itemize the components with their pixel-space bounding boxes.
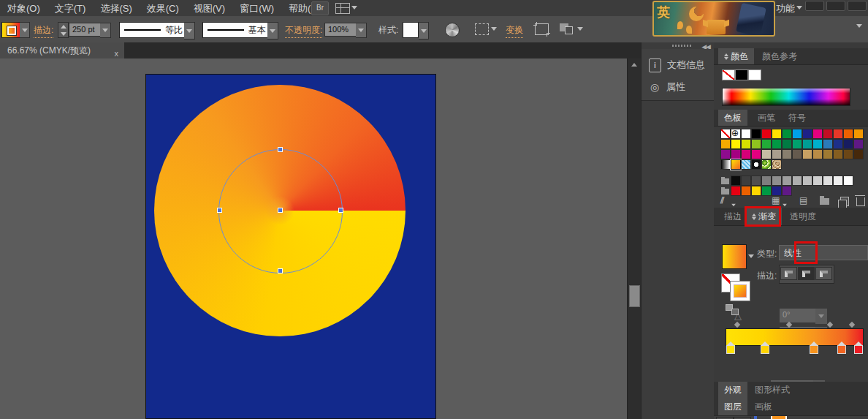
gradient-stop-handle[interactable] [761, 345, 769, 356]
stroke-color-swatch[interactable] [1, 22, 20, 38]
swatch[interactable] [802, 139, 812, 149]
gradient-thumbnail[interactable] [722, 244, 747, 269]
stroke-link[interactable]: 描边: [34, 24, 53, 38]
swatch[interactable] [843, 149, 853, 159]
color-spectrum-bar[interactable] [722, 88, 850, 106]
swatch-pattern[interactable] [741, 159, 751, 170]
swatch[interactable] [792, 175, 802, 186]
swatch[interactable] [772, 175, 782, 186]
window-close-button[interactable] [848, 1, 867, 11]
scrollbar-up-arrow[interactable] [628, 58, 641, 70]
tab-artboards[interactable]: 画板 [749, 399, 778, 415]
swatch-libraries-icon[interactable]: ⫽ [720, 195, 724, 205]
swatch[interactable] [843, 175, 853, 186]
recolor-artwork-icon[interactable] [445, 23, 460, 37]
style-dropdown[interactable] [419, 22, 429, 39]
swatch[interactable] [751, 149, 761, 159]
swatch-options-icon[interactable]: ▤ [799, 195, 807, 205]
swatch-pattern[interactable] [751, 159, 761, 170]
swatch[interactable] [782, 129, 792, 139]
tab-stroke[interactable]: 描边 [718, 208, 747, 225]
isolate-selected-icon[interactable] [535, 23, 549, 35]
anchor-left[interactable] [217, 208, 222, 213]
swatch[interactable] [720, 139, 731, 149]
swatch[interactable] [812, 149, 823, 159]
swatch[interactable] [802, 129, 812, 139]
swatch-kinds-icon[interactable]: ▦ [772, 195, 780, 205]
arrange-documents-icon[interactable] [335, 3, 350, 14]
swatch[interactable] [761, 139, 772, 149]
swatch-pattern[interactable] [761, 159, 772, 170]
swatch[interactable] [731, 149, 741, 159]
swatch[interactable] [751, 139, 761, 149]
brush-definition-select[interactable]: 基本 [202, 22, 268, 38]
gradient-within-stroke-button[interactable] [780, 267, 797, 280]
swatch[interactable] [843, 129, 853, 139]
swatch[interactable] [802, 149, 812, 159]
menu-item[interactable]: 视图(V) [186, 0, 232, 15]
swatch[interactable] [843, 139, 853, 149]
tab-swatches[interactable]: 色板 [718, 110, 747, 126]
swatch[interactable] [792, 149, 802, 159]
brush-definition-dropdown[interactable] [267, 22, 278, 39]
swatch[interactable] [720, 149, 731, 159]
swatch[interactable] [782, 186, 792, 196]
swatch[interactable] [772, 139, 782, 149]
swatch[interactable] [812, 175, 823, 186]
gradient-stop-handle[interactable] [810, 345, 818, 356]
dock-grip[interactable] [672, 45, 693, 47]
tab-graphic-styles[interactable]: 图形样式 [749, 382, 796, 399]
swatch[interactable] [812, 139, 823, 149]
color-white-swatch[interactable] [748, 69, 761, 80]
swatch-gradient-selected[interactable] [731, 159, 741, 170]
scrollbar-thumb[interactable] [629, 285, 640, 307]
stroke-color-dropdown[interactable] [20, 22, 30, 38]
swatch[interactable] [823, 139, 833, 149]
controlbar-overflow-caret-icon[interactable] [856, 24, 862, 28]
swatch[interactable] [823, 149, 833, 159]
properties-button[interactable]: ◎ 属性 [649, 78, 712, 96]
color-group-folder-icon[interactable] [720, 186, 731, 196]
reverse-gradient-icon[interactable] [726, 304, 739, 314]
gradient-along-stroke-button[interactable] [798, 267, 815, 280]
swatch[interactable] [761, 186, 772, 196]
swatch[interactable] [741, 139, 751, 149]
swatch[interactable] [833, 129, 843, 139]
menu-item[interactable]: 选择(S) [93, 0, 139, 15]
swatch[interactable] [853, 149, 864, 159]
new-swatch-icon[interactable] [840, 197, 849, 206]
swatch[interactable] [741, 175, 751, 186]
gradient-stop-handle[interactable] [726, 345, 735, 356]
swatch[interactable] [823, 129, 833, 139]
swatch[interactable] [772, 186, 782, 196]
swatch[interactable] [772, 129, 782, 139]
swatch[interactable] [751, 186, 761, 196]
select-similar-icon[interactable] [475, 23, 489, 35]
stroke-width-dropdown[interactable] [100, 23, 111, 38]
swatch[interactable] [782, 139, 792, 149]
swatch[interactable] [751, 175, 761, 186]
swatch[interactable] [741, 129, 751, 139]
menu-item[interactable]: 文字(T) [47, 0, 94, 15]
tab-appearance[interactable]: 外观 [718, 382, 747, 399]
menu-item[interactable]: 对象(O) [0, 0, 47, 15]
select-similar-caret-icon[interactable] [491, 27, 497, 31]
swatch[interactable] [853, 129, 864, 139]
gradient-midpoint-handle[interactable] [827, 322, 833, 328]
gradient-thumbnail-caret-icon[interactable] [748, 254, 754, 258]
swatch[interactable] [802, 175, 812, 186]
arrange-documents-caret-icon[interactable] [351, 6, 357, 10]
width-profile-dropdown[interactable] [184, 22, 195, 39]
panel-expand-icon[interactable] [752, 214, 756, 220]
swatch[interactable] [731, 186, 741, 196]
swatch[interactable] [761, 149, 772, 159]
panel-expand-icon[interactable] [724, 53, 728, 60]
artboard[interactable] [145, 74, 436, 419]
opacity-dropdown[interactable] [356, 23, 367, 38]
tab-color-guide[interactable]: 颜色参考 [756, 48, 803, 64]
swatch[interactable] [782, 149, 792, 159]
window-maximize-button[interactable] [826, 1, 845, 11]
swatch-none[interactable] [720, 129, 731, 139]
delete-swatch-icon[interactable] [856, 197, 865, 206]
bridge-button[interactable]: Br [311, 1, 329, 15]
